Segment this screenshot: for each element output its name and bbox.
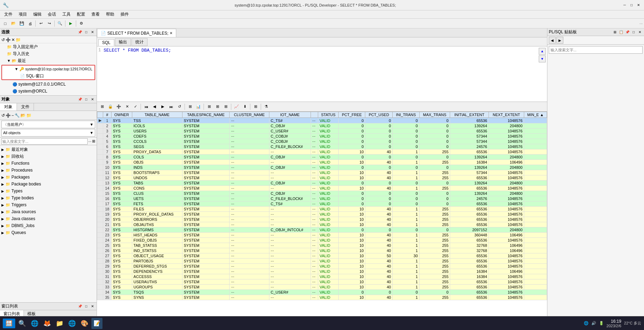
sql-scroll-up[interactable]: ▲ xyxy=(539,48,546,55)
editor-tab-main[interactable]: 📄 SELECT * FROM DBA_TABLES; ✕ xyxy=(97,29,176,37)
table-row[interactable]: 26 SYS IND_STATSS SYSTEM ··· ··· ··· VAL… xyxy=(97,248,547,253)
table-row[interactable]: 20 SYS OBJERRORS SYSTEM ··· ··· ··· VALI… xyxy=(97,217,547,222)
minimize-button[interactable]: ─ xyxy=(622,2,627,8)
conn-active-item[interactable]: ▼ 🔑 system@10.tcp.cpolar.top:12917/ORCL xyxy=(13,66,95,72)
col-num[interactable]: # xyxy=(103,112,111,118)
undo-btn[interactable]: ↩ xyxy=(37,20,45,27)
subtab-output[interactable]: 输出 xyxy=(115,38,131,46)
tree-procedures[interactable]: ▶ 📁 Procedures xyxy=(0,167,97,174)
tree-recent-objects[interactable]: ▶ 📁 最近对象 xyxy=(0,146,97,153)
conn-refresh-icon[interactable]: ↺ xyxy=(1,37,5,42)
col-ini-trans[interactable]: INI_TRANS xyxy=(393,112,419,118)
tree-queues[interactable]: ▶ 📁 Queues xyxy=(0,229,97,236)
start-button[interactable]: 🪟 xyxy=(3,319,15,328)
res-refresh-btn[interactable]: ↺ xyxy=(176,103,183,111)
task-files[interactable]: 📁 xyxy=(54,318,65,329)
table-row[interactable]: 13 SYS TABS SYSTEM ··· C_OBJ# ··· VALID … xyxy=(97,181,547,186)
conn-float-btn[interactable]: □ xyxy=(83,29,89,35)
right-copy-btn[interactable]: ⊞ xyxy=(612,29,618,35)
res-copy3-btn[interactable]: ⊞ xyxy=(222,103,230,111)
task-app2[interactable]: 🎨 xyxy=(79,318,90,329)
table-row[interactable]: 12 SYS UNDOS SYSTEM ··· ··· ··· VALID 10… xyxy=(97,175,547,181)
table-row[interactable]: 31 SYS ACCESSS SYSTEM ··· ··· ··· VALID … xyxy=(97,274,547,279)
conn-orcl[interactable]: 🔵 system@ORCL xyxy=(11,88,97,95)
obj-expand-icon[interactable]: 📂 xyxy=(20,113,26,118)
res-copy1-btn[interactable]: ⊞ xyxy=(205,103,213,111)
right-nav-right[interactable]: ▶ xyxy=(556,37,563,44)
user-dropdown[interactable]: 〈当前用户〉 ▼ xyxy=(1,121,95,128)
find-btn[interactable]: 🔍 xyxy=(56,20,64,27)
menu-help[interactable]: 帮助 xyxy=(103,11,117,18)
obj-folder-icon[interactable]: 📁 xyxy=(26,113,32,118)
col-pct-used[interactable]: PCT_USED xyxy=(365,112,393,118)
data-table-container[interactable]: # OWNER TABLE_NAME TABLESPACE_NAME CLUST… xyxy=(97,112,547,322)
menu-tools[interactable]: 工具 xyxy=(60,11,73,18)
table-row[interactable]: 14 SYS CONS SYSTEM ··· ··· ··· VALID 10 … xyxy=(97,186,547,191)
col-initial[interactable]: INITIAL_EXTENT xyxy=(450,112,489,118)
sql-scroll-down[interactable]: ▼ xyxy=(539,55,546,62)
col-max-trans[interactable]: MAX_TRANS xyxy=(419,112,450,118)
conn-import-history[interactable]: 📁 导入历史 xyxy=(6,50,97,57)
subtab-stats[interactable]: 统计 xyxy=(132,38,147,46)
conn-add-icon[interactable]: ➕ xyxy=(6,37,11,42)
menu-config[interactable]: 配置 xyxy=(74,11,88,18)
run-btn[interactable]: ▶ xyxy=(67,20,74,27)
task-app1[interactable]: 🌐 xyxy=(66,318,78,329)
table-row[interactable]: 30 SYS DEPENDENCYS SYSTEM ··· ··· ··· VA… xyxy=(97,269,547,274)
right-pin-btn[interactable]: 📌 xyxy=(625,29,630,35)
res-next-btn[interactable]: ▶ xyxy=(159,103,167,111)
table-row[interactable]: 24 SYS FIXED_OBJS SYSTEM ··· ··· ··· VAL… xyxy=(97,238,547,243)
col-iot[interactable]: IOT_NAME xyxy=(269,112,311,118)
menu-view[interactable]: 查看 xyxy=(89,11,102,18)
obj-filter-icon[interactable]: 🔧 xyxy=(15,113,20,118)
table-row[interactable]: 19 SYS PROXY_ROLE_DATAS SYSTEM ··· ··· ·… xyxy=(97,212,547,217)
res-chart-btn[interactable]: 📊 xyxy=(195,103,202,111)
conn-folder-icon[interactable]: 📁 xyxy=(16,37,21,42)
search-grid-btn[interactable]: ⊞ xyxy=(92,139,95,144)
table-row[interactable]: 5 SYS CCOLS SYSTEM ··· C_COBJ# ··· VALID… xyxy=(97,139,547,144)
menu-plugins[interactable]: 插件 xyxy=(118,11,132,18)
tree-java-sources[interactable]: ▶ 📁 Java sources xyxy=(0,208,97,215)
obj-float-btn[interactable]: □ xyxy=(83,97,89,102)
tree-java-classes[interactable]: ▶ 📁 Java classes xyxy=(0,215,97,222)
table-row[interactable]: 29 SYS DEFERRED_STGS SYSTEM ··· ··· ··· … xyxy=(97,264,547,269)
object-search-input[interactable] xyxy=(1,138,88,145)
tree-package-bodies[interactable]: ▶ 📁 Package bodies xyxy=(0,181,97,188)
col-table-name[interactable]: TABLE_NAME xyxy=(132,112,182,118)
table-row[interactable]: 9 SYS OBJS SYSTEM ··· ··· ··· VALID 10 4… xyxy=(97,160,547,165)
taskbar-time[interactable]: 16:19 xyxy=(611,319,621,324)
col-tablespace[interactable]: TABLESPACE_NAME xyxy=(182,112,230,118)
tree-dbms-jobs[interactable]: ▶ 📁 DBMS_Jobs xyxy=(0,222,97,229)
redo-btn[interactable]: ↪ xyxy=(45,20,53,27)
close-button[interactable]: ✕ xyxy=(636,2,641,8)
conn-sql-window[interactable]: 📄 SQL-窗口 xyxy=(19,72,95,79)
task-browser1[interactable]: 🌐 xyxy=(29,318,40,329)
tab-file[interactable]: 文件 xyxy=(17,103,34,111)
table-row[interactable]: 27 SYS OBJECT_USAGE SYSTEM ··· ··· ··· V… xyxy=(97,253,547,259)
table-row[interactable]: 18 SYS FILES SYSTEM ··· ··· ··· VALID 10… xyxy=(97,207,547,212)
res-filter-btn[interactable]: ⚗ xyxy=(262,103,270,111)
tree-types[interactable]: ▶ 📁 Types xyxy=(0,188,97,194)
filter-dropdown[interactable]: All objects ▼ xyxy=(1,129,95,137)
table-row[interactable]: 8 SYS COLS SYSTEM ··· C_OBJ# ··· VALID 0… xyxy=(97,155,547,160)
print-btn[interactable]: 🖨 xyxy=(26,20,34,27)
table-row[interactable]: 7 SYS PROXY_DATAS SYSTEM ··· ··· ··· VAL… xyxy=(97,149,547,155)
conn-import-fixed[interactable]: 📁 导入固定用户 xyxy=(6,43,97,50)
tab-close-btn[interactable]: ✕ xyxy=(170,31,172,35)
res-prev-btn[interactable]: ◀ xyxy=(151,103,158,111)
table-row[interactable]: 17 SYS FETS SYSTEM ··· C_TS# ··· VALID 0… xyxy=(97,201,547,207)
res-tb-1[interactable]: ⊞ xyxy=(98,103,106,111)
res-pie-btn[interactable]: ⬇ xyxy=(241,103,249,111)
tree-triggers[interactable]: ▶ 📁 Triggers xyxy=(0,201,97,208)
table-row[interactable]: 10 SYS INDS SYSTEM ··· C_OBJ# ··· VALID … xyxy=(97,165,547,170)
table-row[interactable]: 34 SYS TSQS SYSTEM ··· C_USER# ··· VALID… xyxy=(97,290,547,295)
table-row[interactable]: 25 SYS TAB_STATSS SYSTEM ··· ··· ··· VAL… xyxy=(97,243,547,248)
conn-pin-btn[interactable]: 📌 xyxy=(77,29,83,35)
col-min-e[interactable]: MIN_E ▲ xyxy=(524,112,547,118)
res-del-btn[interactable]: ✕ xyxy=(123,103,131,111)
col-next[interactable]: NEXT_EXTENT xyxy=(489,112,524,118)
table-row[interactable]: 33 SYS UGROUPS SYSTEM ··· ··· ··· VALID … xyxy=(97,285,547,290)
menu-project[interactable]: 项目 xyxy=(16,11,30,18)
table-row[interactable]: 16 SYS UETS SYSTEM ··· C_FILE#_BLOCK# ··… xyxy=(97,196,547,201)
right-search-input[interactable] xyxy=(549,46,643,54)
